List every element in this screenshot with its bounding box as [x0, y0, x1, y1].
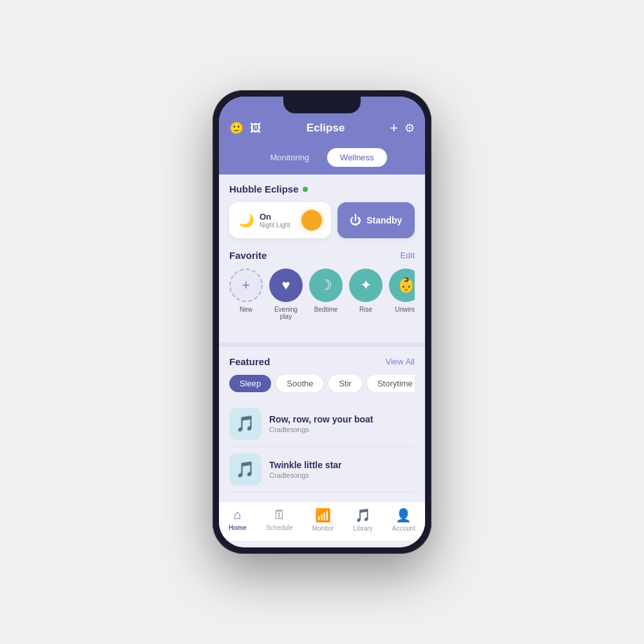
fav-evening-play[interactable]: ♥ Evening play [269, 269, 303, 320]
main-content: Hubble Eclipse 🌙 On Night Light ⏻ [219, 175, 425, 342]
nav-home[interactable]: ⌂ Home [229, 507, 247, 532]
monitor-label: Monitor [312, 525, 334, 532]
tab-wellness[interactable]: Wellness [327, 148, 387, 167]
fav-new-label: New [240, 306, 252, 313]
night-light-status: On [260, 212, 296, 222]
controls-row: 🌙 On Night Light ⏻ Standby [229, 202, 415, 238]
bottom-nav: ⌂ Home 🗓 Schedule 📶 Monitor 🎵 Library 👤 [219, 502, 425, 541]
settings-icon[interactable]: ⚙ [404, 121, 415, 135]
moon-crescent-icon: ☽ [319, 277, 332, 294]
fav-new[interactable]: + New [229, 269, 263, 320]
fav-unwind-label: Unwind [395, 306, 415, 313]
featured-content: Featured View All Sleep Soothe Stir [219, 347, 425, 502]
new-plus-icon: + [242, 277, 251, 294]
online-dot [303, 187, 308, 192]
standby-card[interactable]: ⏻ Standby [337, 202, 415, 238]
song-list: 🎵 Row, row, row your boat Cradlesongs 🎵 [229, 401, 415, 493]
song-title-2: Twinkle little star [269, 460, 415, 470]
night-light-info: On Night Light [260, 212, 296, 229]
heart-icon: ♥ [281, 277, 290, 294]
sun-rise-icon: ✦ [360, 277, 372, 294]
fav-rise[interactable]: ✦ Rise [349, 269, 383, 320]
fav-bedtime[interactable]: ☽ Bedtime [309, 269, 343, 320]
fav-evening-label: Evening play [269, 306, 303, 320]
power-icon: ⏻ [350, 214, 361, 227]
song-music-icon-1: 🎵 [236, 415, 255, 433]
account-icon: 👤 [395, 507, 412, 523]
standby-label: Standby [366, 215, 402, 225]
nav-schedule[interactable]: 🗓 Schedule [266, 507, 293, 532]
night-light-card[interactable]: 🌙 On Night Light [229, 202, 331, 238]
nav-library[interactable]: 🎵 Library [353, 507, 373, 532]
song-sub-2: Cradlesongs [269, 471, 415, 479]
song-sub-1: Cradlesongs [269, 426, 415, 433]
song-info-1: Row, row, row your boat Cradlesongs [269, 414, 415, 433]
home-label: Home [229, 524, 247, 531]
featured-header: Featured View All [229, 356, 415, 367]
tabs-bar: Monitoring Wellness [219, 143, 425, 175]
favorite-header: Favorite Edit [229, 250, 415, 261]
notch [283, 97, 361, 113]
header-left-icons: 🙂 🖼 [229, 121, 261, 135]
schedule-label: Schedule [266, 524, 293, 531]
chip-storytime[interactable]: Storytime [367, 375, 415, 392]
add-icon[interactable]: + [390, 120, 398, 137]
view-all-link[interactable]: View All [386, 357, 415, 366]
home-icon: ⌂ [234, 507, 242, 522]
library-icon: 🎵 [355, 507, 371, 523]
fav-unwind[interactable]: 👶 Unwind [389, 269, 415, 320]
app-title: Eclipse [261, 122, 390, 135]
night-light-sub: Night Light [260, 222, 296, 229]
song-item-2[interactable]: 🎵 Twinkle little star Cradlesongs [229, 447, 415, 493]
schedule-icon: 🗓 [273, 507, 286, 522]
device-name: Hubble Eclipse [229, 184, 299, 194]
song-info-2: Twinkle little star Cradlesongs [269, 460, 415, 479]
phone-frame: 🙂 🖼 Eclipse + ⚙ Monitoring Wellness [213, 90, 431, 554]
baby-icon: 👶 [397, 277, 415, 294]
library-label: Library [353, 525, 373, 532]
header-right-icons: + ⚙ [390, 120, 415, 137]
featured-title: Featured [229, 356, 270, 367]
filter-chips-row: Sleep Soothe Stir Storytime [229, 375, 415, 392]
section-divider [219, 342, 425, 347]
song-item-1[interactable]: 🎵 Row, row, row your boat Cradlesongs [229, 401, 415, 447]
nav-monitor[interactable]: 📶 Monitor [312, 507, 334, 532]
account-label: Account [392, 525, 415, 532]
moon-icon: 🌙 [238, 213, 254, 228]
chip-sleep[interactable]: Sleep [229, 375, 271, 392]
device-status: Hubble Eclipse [229, 184, 415, 194]
sun-circle [301, 210, 322, 231]
favorites-row: + New ♥ Evening play ☽ [229, 269, 415, 320]
tab-monitoring[interactable]: Monitoring [257, 148, 322, 167]
featured-section: Featured View All Sleep Soothe Stir [229, 356, 415, 493]
song-thumb-1: 🎵 [229, 408, 261, 440]
song-music-icon-2: 🎵 [236, 460, 255, 478]
favorite-section: Favorite Edit + New ♥ [229, 250, 415, 320]
fav-bedtime-label: Bedtime [314, 306, 338, 313]
song-thumb-2: 🎵 [229, 453, 261, 486]
fav-rise-label: Rise [359, 306, 372, 313]
phone-screen: 🙂 🖼 Eclipse + ⚙ Monitoring Wellness [219, 97, 425, 547]
song-title-1: Row, row, row your boat [269, 414, 415, 424]
favorite-title: Favorite [229, 250, 267, 261]
screen-scroll: 🙂 🖼 Eclipse + ⚙ Monitoring Wellness [219, 97, 425, 547]
nav-account[interactable]: 👤 Account [392, 507, 415, 532]
emoji-icon[interactable]: 🙂 [229, 121, 243, 135]
monitor-icon: 📶 [315, 507, 331, 523]
image-icon[interactable]: 🖼 [250, 122, 261, 135]
favorite-edit[interactable]: Edit [401, 251, 415, 260]
chip-stir[interactable]: Stir [328, 375, 362, 392]
chip-soothe[interactable]: Soothe [276, 375, 323, 392]
